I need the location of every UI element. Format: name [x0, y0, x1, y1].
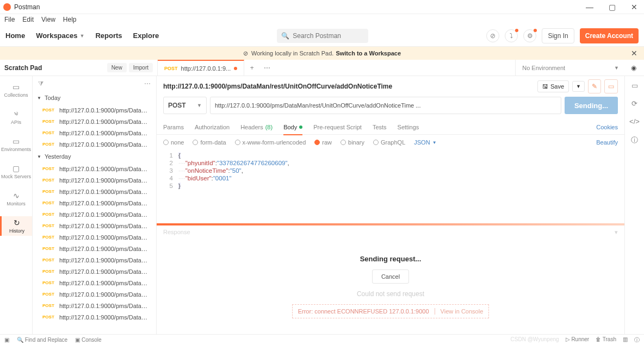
cancel-button[interactable]: Cancel — [372, 269, 409, 284]
save-dropdown[interactable]: ▼ — [572, 81, 585, 92]
tab-tests[interactable]: Tests — [373, 120, 387, 135]
trash-toggle[interactable]: 🗑 Trash — [596, 336, 616, 344]
minimize-icon[interactable]: — — [586, 3, 593, 11]
tab-menu-icon[interactable]: ⋯ — [259, 64, 275, 72]
history-item[interactable]: POSThttp://127.0.0.1:9000/pms/DataMa... — [33, 311, 156, 323]
nav-workspaces[interactable]: Workspaces▼ — [36, 32, 84, 40]
comments-icon[interactable]: ⟳ — [631, 99, 637, 108]
history-item[interactable]: POSThttp://127.0.0.1:9000/pms/DataMa... — [33, 243, 156, 254]
invite-icon[interactable]: ⤵ — [505, 29, 518, 42]
body-graphql[interactable]: GraphQL — [373, 139, 405, 146]
nav-home[interactable]: Home — [5, 32, 25, 40]
body-format-select[interactable]: JSON ▼ — [414, 139, 436, 146]
chevron-down-icon: ▼ — [37, 154, 41, 159]
find-replace[interactable]: 🔍 Find and Replace — [17, 337, 67, 343]
add-tab-button[interactable]: + — [244, 64, 259, 72]
beautify-link[interactable]: Beautify — [596, 139, 618, 146]
switch-workspace-link[interactable]: Switch to a Workspace — [336, 50, 401, 57]
runner-toggle[interactable]: ▷ Runner — [566, 336, 590, 344]
history-item[interactable]: POSThttp://127.0.0.1:9000/pms/DataMa... — [33, 209, 156, 220]
history-item[interactable]: POSThttp://127.0.0.1:9000/pms/DataMa... — [33, 104, 156, 116]
body-xwww[interactable]: x-www-form-urlencoded — [235, 139, 306, 146]
body-form[interactable]: form-data — [193, 139, 226, 146]
sidebar-toggle-icon[interactable]: ▣ — [4, 337, 9, 343]
history-item[interactable]: POSThttp://127.0.0.1:9000/pms/DataMa... — [33, 197, 156, 209]
nav-right: ⊘ ⤵ ⚙ Sign In Create Account — [486, 28, 639, 43]
import-button[interactable]: Import — [129, 63, 153, 72]
tab-prereq[interactable]: Pre-request Script — [313, 120, 362, 135]
menu-file[interactable]: File — [4, 16, 15, 23]
menu-view[interactable]: View — [41, 16, 55, 23]
tab-headers[interactable]: Headers (8) — [240, 120, 273, 135]
filter-icon[interactable]: ⧩ — [38, 80, 44, 87]
two-pane-icon[interactable]: ▥ — [623, 336, 628, 344]
environment-selector[interactable]: No Environment ▼ — [515, 60, 626, 76]
banner-close-icon[interactable]: ✕ — [631, 49, 637, 58]
view-console-link[interactable]: View in Console — [435, 308, 484, 315]
body-binary[interactable]: binary — [340, 139, 364, 146]
help-icon[interactable]: ⓘ — [634, 336, 640, 344]
nav-apis[interactable]: ༄APIs — [0, 108, 32, 127]
body-none[interactable]: none — [163, 139, 184, 146]
history-item[interactable]: POSThttp://127.0.0.1:9000/pms/DataMa... — [33, 277, 156, 288]
history-item[interactable]: POSThttp://127.0.0.1:9000/pms/DataMa... — [33, 174, 156, 186]
cookies-link[interactable]: Cookies — [596, 124, 618, 130]
history-group-today[interactable]: ▼Today — [33, 91, 156, 104]
body-raw[interactable]: raw — [314, 139, 332, 146]
response-header[interactable]: Response▾ — [157, 225, 624, 239]
history-item[interactable]: POSThttp://127.0.0.1:9000/pms/DataMa... — [33, 220, 156, 231]
cloud-off-icon: ⊘ — [243, 50, 248, 57]
sync-off-icon[interactable]: ⊘ — [486, 29, 499, 42]
history-list[interactable]: ▼Today POSThttp://127.0.0.1:9000/pms/Dat… — [33, 91, 156, 334]
docs-icon[interactable]: ▭ — [631, 81, 638, 90]
info-icon[interactable]: ⓘ — [631, 135, 638, 145]
history-item[interactable]: POSThttp://127.0.0.1:9000/pms/DataMa... — [33, 288, 156, 300]
nav-explore[interactable]: Explore — [133, 32, 159, 40]
history-item[interactable]: POSThttp://127.0.0.1:9000/pms/DataMa... — [33, 231, 156, 243]
more-icon[interactable]: ⋯ — [144, 80, 151, 87]
history-item[interactable]: POSThttp://127.0.0.1:9000/pms/DataMa... — [33, 186, 156, 197]
menu-edit[interactable]: Edit — [22, 16, 34, 23]
history-item[interactable]: POSThttp://127.0.0.1:9000/pms/DataMa... — [33, 254, 156, 266]
code-area[interactable]: {····"phyunitId":"3378262674776260609",·… — [178, 152, 624, 221]
save-button[interactable]: 🖫Save — [537, 80, 569, 92]
tab-params[interactable]: Params — [163, 120, 184, 135]
settings-icon[interactable]: ⚙ — [523, 29, 536, 42]
history-item[interactable]: POSThttp://127.0.0.1:9000/pms/DataMa... — [33, 266, 156, 277]
search-input[interactable] — [293, 32, 363, 40]
new-button[interactable]: New — [107, 63, 127, 72]
history-item[interactable]: POSThttp://127.0.0.1:9000/pms/DataMa... — [33, 127, 156, 139]
request-tab[interactable]: POST http://127.0.0.1:9... — [158, 60, 244, 76]
nav-mock[interactable]: ▢Mock Servers — [0, 162, 32, 181]
code-icon[interactable]: </> — [629, 117, 640, 126]
nav-environments[interactable]: ▭Environments — [0, 135, 32, 154]
nav-monitors[interactable]: ∿Monitors — [0, 189, 32, 209]
history-item[interactable]: POSThttp://127.0.0.1:9000/pms/DataMa... — [33, 139, 156, 150]
maximize-icon[interactable]: ▢ — [609, 3, 616, 11]
chevron-down-icon: ▼ — [614, 65, 619, 71]
url-input[interactable]: http://127.0.0.1:9000/pms/DataMan/rest/U… — [210, 97, 561, 114]
sign-in-button[interactable]: Sign In — [542, 28, 574, 43]
method-selector[interactable]: POST▼ — [163, 97, 207, 114]
history-item[interactable]: POSThttp://127.0.0.1:9000/pms/DataMa... — [33, 300, 156, 311]
history-item[interactable]: POSThttp://127.0.0.1:9000/pms/DataMa... — [33, 163, 156, 174]
nav-history[interactable]: ↻History — [0, 216, 32, 236]
history-group-yesterday[interactable]: ▼Yesterday — [33, 150, 156, 163]
edit-icon[interactable]: ✎ — [588, 79, 601, 93]
create-account-button[interactable]: Create Account — [580, 28, 639, 43]
comment-icon[interactable]: ▭ — [604, 79, 618, 93]
send-button[interactable]: Sending... — [565, 97, 618, 114]
nav-collections[interactable]: ▭Collections — [0, 80, 32, 100]
history-item[interactable]: POSThttp://127.0.0.1:9000/pms/DataMa... — [33, 116, 156, 127]
search-box[interactable]: 🔍 — [277, 29, 368, 43]
tab-body[interactable]: Body — [283, 120, 302, 135]
close-icon[interactable]: ✕ — [631, 3, 637, 11]
response-pane: Response▾ Sending request... Cancel Coul… — [157, 225, 624, 334]
nav-reports[interactable]: Reports — [95, 32, 122, 40]
tab-settings[interactable]: Settings — [398, 120, 419, 135]
body-editor[interactable]: 12345 {····"phyunitId":"3378262674776260… — [157, 150, 624, 223]
menu-help[interactable]: Help — [63, 16, 77, 23]
tab-auth[interactable]: Authorization — [195, 120, 230, 135]
env-quicklook-icon[interactable]: ◉ — [631, 64, 636, 72]
console-toggle[interactable]: ▣ Console — [75, 337, 101, 343]
